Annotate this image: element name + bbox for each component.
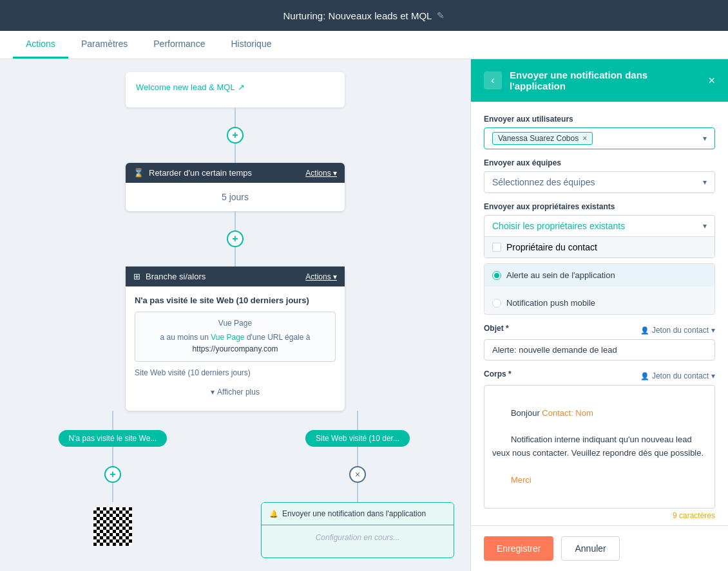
branch-label-right[interactable]: Site Web visité (10 der... — [305, 430, 410, 447]
corps-textarea[interactable]: Bonjour Contact: Nom Notification intern… — [484, 385, 715, 509]
owners-select[interactable]: Choisir les propriétaires existants — [484, 216, 714, 236]
send-teams-label: Envoyer aux équipes — [484, 158, 715, 167]
panel-header: ‹ Envoyer une notification dans l'applic… — [471, 59, 728, 102]
panel-title: Envoyer une notification dans l'applicat… — [510, 70, 700, 91]
branch-icon — [133, 272, 140, 281]
branch-content: N'a pas visité le site Web (10 derniers … — [126, 286, 345, 411]
teams-dropdown-arrow — [703, 178, 707, 187]
connector-right-3 — [357, 483, 358, 502]
panel-footer: Enregistrer Annuler — [471, 525, 728, 571]
send-owners-label: Envoyer aux propriétaires existants — [484, 202, 715, 211]
hourglass-icon — [133, 168, 144, 178]
branch-node-header: Branche si/alors Actions ▾ — [126, 267, 345, 286]
users-dropdown-arrow — [703, 134, 707, 143]
corps-line3: Merci — [511, 475, 532, 485]
connector-1 — [235, 108, 236, 127]
nav-tabs: Actions Paramètres Performance Historiqu… — [0, 31, 728, 59]
notification-card-header: Envoyer une notification dans l'applicat… — [262, 503, 454, 525]
objet-input[interactable] — [484, 339, 715, 360]
tag-remove-btn[interactable]: × — [582, 134, 587, 143]
teams-placeholder: Sélectionnez des équipes — [492, 177, 595, 187]
branch-col-right: Site Web visité (10 der... × Envoyer une… — [261, 411, 454, 558]
branch-label-left[interactable]: N'a pas visité le site We... — [59, 430, 168, 447]
tab-historique[interactable]: Historique — [218, 31, 284, 59]
remove-branch-btn[interactable]: × — [349, 466, 366, 483]
panel-body: Envoyer aux utilisateurs Vanessa Suarez … — [471, 102, 728, 525]
owners-placeholder: Choisir les propriétaires existants — [492, 221, 625, 231]
welcome-link[interactable]: Welcome new lead & MQL — [136, 82, 334, 92]
tab-performance[interactable]: Performance — [140, 31, 218, 59]
owner-checkbox-contact[interactable] — [492, 243, 501, 252]
branch-divider: Site Web visité (10 derniers jours) — [135, 368, 336, 377]
char-count: 9 caractères — [484, 511, 715, 520]
panel-close-button[interactable]: × — [708, 74, 715, 88]
workflow-title: Nurturing: Nouveaux leads et MQL — [283, 10, 432, 21]
connector-left-3 — [112, 483, 113, 502]
objet-label: Objet * — [484, 324, 509, 333]
notification-card[interactable]: Envoyer une notification dans l'applicat… — [261, 502, 454, 558]
chevron-down-icon — [211, 388, 215, 397]
delay-actions-link[interactable]: Actions ▾ — [305, 169, 337, 178]
corps-line1-orange: Contact: Nom — [542, 408, 593, 418]
radio-option-push[interactable]: Notification push mobile — [484, 292, 714, 314]
tab-parametres[interactable]: Paramètres — [68, 31, 140, 59]
corps-label: Corps * — [484, 370, 512, 379]
notification-card-body: Configuration en cours... — [262, 525, 454, 557]
delay-node-body: 5 jours — [126, 183, 345, 211]
corps-line1-normal: Bonjour — [511, 408, 542, 418]
panel-back-button[interactable]: ‹ — [484, 71, 502, 89]
radio-alerte[interactable] — [492, 271, 501, 280]
user-tag: Vanessa Suarez Cobos × — [492, 132, 593, 145]
external-link-icon — [238, 82, 245, 92]
condition-text: a au moins un Vue Page d'une URL égale à… — [142, 332, 329, 355]
owner-options: Propriétaire du contact — [484, 236, 714, 257]
connector-4 — [235, 247, 236, 267]
bell-icon — [269, 509, 278, 518]
person-icon-corps — [640, 371, 649, 380]
vue-page-label: Vue Page — [142, 319, 329, 328]
jeton-contact-corps[interactable]: Jeton du contact — [640, 371, 715, 380]
owners-dropdown-arrow — [703, 221, 707, 230]
branch-actions-link[interactable]: Actions ▾ — [305, 272, 337, 281]
connector-right — [357, 411, 358, 430]
connector-left-2 — [112, 447, 113, 466]
tab-actions[interactable]: Actions — [13, 31, 68, 59]
welcome-card: Welcome new lead & MQL — [126, 72, 345, 108]
add-step-btn-2[interactable]: + — [227, 230, 244, 247]
workflow-title-container: Nurturing: Nouveaux leads et MQL ✎ — [283, 10, 445, 21]
teams-select[interactable]: Sélectionnez des équipes — [484, 171, 715, 193]
branch-condition-title: N'a pas visité le site Web (10 derniers … — [135, 295, 336, 305]
radio-push[interactable] — [492, 299, 501, 308]
top-bar: Nurturing: Nouveaux leads et MQL ✎ — [0, 0, 728, 31]
users-tag-box[interactable]: Vanessa Suarez Cobos × — [484, 127, 715, 149]
cancel-button[interactable]: Annuler — [561, 536, 619, 561]
workflow-nodes: Welcome new lead & MQL + Retarder d'un c… — [0, 72, 470, 571]
save-button[interactable]: Enregistrer — [484, 536, 553, 561]
owner-option-contact[interactable]: Propriétaire du contact — [484, 237, 714, 257]
workflow-canvas: Welcome new lead & MQL + Retarder d'un c… — [0, 59, 470, 571]
notification-type-group: Alerte au sein de l'application Notifica… — [484, 263, 715, 315]
branch-col-left: N'a pas visité le site We... + — [16, 411, 209, 546]
send-users-label: Envoyer aux utilisateurs — [484, 115, 715, 124]
main-layout: Welcome new lead & MQL + Retarder d'un c… — [0, 59, 728, 571]
add-step-left[interactable]: + — [104, 466, 121, 483]
jeton-contact-objet[interactable]: Jeton du contact — [640, 326, 715, 335]
delay-node: Retarder d'un certain temps Actions ▾ 5 … — [126, 163, 345, 211]
connector-right-2 — [357, 447, 358, 466]
show-more-btn[interactable]: Afficher plus — [135, 382, 336, 402]
owners-dropdown: Choisir les propriétaires existants Prop… — [484, 215, 715, 258]
edit-title-icon[interactable]: ✎ — [437, 10, 445, 21]
jeton-dropdown-icon — [711, 326, 715, 335]
person-icon — [640, 326, 649, 335]
corps-line2: Notification interne indiquant qu'un nou… — [492, 435, 704, 458]
branch-node: Branche si/alors Actions ▾ N'a pas visit… — [126, 267, 345, 411]
connector-3 — [235, 211, 236, 230]
connector-2 — [235, 144, 236, 163]
add-step-btn-1[interactable]: + — [227, 127, 244, 144]
condition-box: Vue Page a au moins un Vue Page d'une UR… — [135, 312, 336, 362]
jeton-corps-dropdown-icon — [711, 371, 715, 380]
connector-left — [112, 411, 113, 430]
delay-node-header: Retarder d'un certain temps Actions ▾ — [126, 163, 345, 183]
qr-placeholder — [93, 507, 132, 546]
radio-option-alerte[interactable]: Alerte au sein de l'application — [484, 264, 714, 286]
